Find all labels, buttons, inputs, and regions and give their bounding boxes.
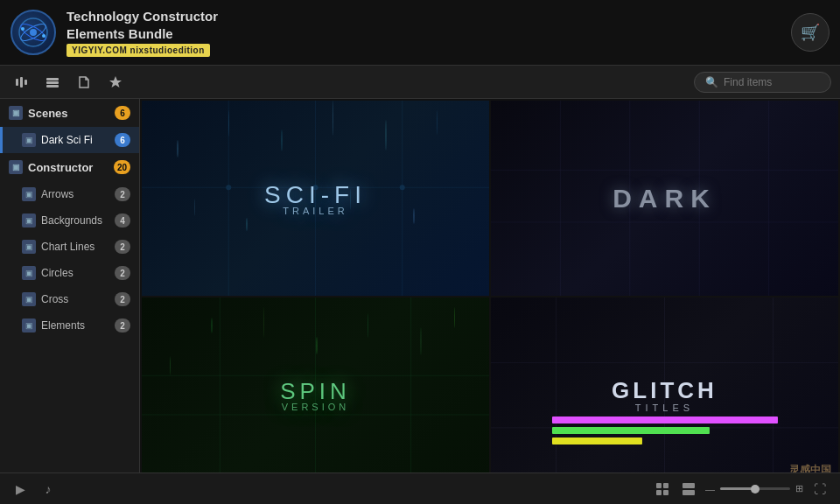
toolbar: 🔍 (0, 66, 840, 99)
fullscreen-button[interactable]: ⛶ (808, 478, 831, 500)
glitch-text: GLITCH TITLES (612, 377, 718, 413)
svg-rect-6 (16, 79, 18, 86)
scenes-label: Scenes (28, 107, 68, 120)
dark-text: DARK (612, 184, 717, 214)
spin-text: SPIN VERSION (280, 378, 351, 412)
content-wrapper: SCI-FI TRAILER (142, 101, 838, 472)
svg-rect-39 (663, 490, 668, 495)
content-area: SCI-FI TRAILER (140, 99, 840, 472)
header: Technology Constructor Elements Bundle Y… (0, 0, 840, 66)
adjust-button[interactable] (9, 70, 33, 94)
sidebar-item-dark-sci-fi[interactable]: ▣ Dark Sci Fi 6 (0, 127, 139, 153)
thumb-dark[interactable]: DARK (491, 101, 838, 296)
circles-icon: ▣ (22, 266, 36, 280)
dark-scifi-badge: 6 (115, 133, 130, 147)
zoom-slider: — ⊞ (705, 483, 803, 494)
elements-icon: ▣ (22, 318, 36, 332)
backgrounds-icon: ▣ (22, 214, 36, 228)
svg-rect-9 (46, 78, 59, 80)
sidebar-item-circles[interactable]: ▣ Circles 2 (0, 260, 139, 286)
list-view-button[interactable] (40, 70, 65, 94)
glitch-subtitle: TITLES (612, 402, 718, 413)
cart-button[interactable]: 🛒 (791, 13, 830, 52)
svg-rect-37 (663, 483, 668, 488)
chart-lines-label: Chart Lines (41, 241, 94, 253)
scenes-icon: ▣ (9, 106, 23, 120)
glitch-bars (551, 416, 777, 444)
svg-rect-40 (682, 483, 695, 488)
constructor-badge: 20 (114, 160, 130, 174)
constructor-label: Constructor (28, 161, 93, 174)
thumb-glitch[interactable]: GLITCH TITLES 灵感中国 lingganchina.com (491, 298, 838, 472)
svg-point-3 (30, 29, 37, 36)
svg-rect-38 (656, 490, 662, 495)
search-box[interactable]: 🔍 (694, 72, 831, 93)
sidebar: ▣ Scenes 6 ▣ Dark Sci Fi 6 ▣ Constructor… (0, 99, 140, 472)
sidebar-item-backgrounds[interactable]: ▣ Backgrounds 4 (0, 207, 139, 234)
sidebar-category-constructor[interactable]: ▣ Constructor 20 (0, 153, 139, 181)
svg-rect-36 (656, 483, 662, 488)
scifi-text: SCI-FI TRAILER (264, 181, 367, 216)
scifi-subtitle: TRAILER (264, 206, 367, 216)
search-input[interactable] (724, 76, 820, 88)
thumbnails-grid: SCI-FI TRAILER (142, 101, 838, 472)
app-title: Technology Constructor (66, 8, 791, 25)
spin-subtitle: VERSION (280, 402, 351, 412)
glitch-title: GLITCH (612, 377, 718, 404)
zoom-min-icon: — (705, 484, 715, 494)
sidebar-item-chart-lines[interactable]: ▣ Chart Lines 2 (0, 234, 139, 260)
slider-track[interactable] (720, 487, 790, 490)
circles-label: Circles (41, 267, 74, 279)
app-logo (10, 10, 56, 55)
dark-scifi-icon: ▣ (22, 133, 36, 147)
svg-rect-41 (682, 490, 695, 495)
chart-lines-badge: 2 (115, 240, 130, 254)
svg-point-5 (42, 34, 46, 38)
sidebar-item-elements[interactable]: ▣ Elements 2 (0, 312, 139, 339)
elements-label: Elements (41, 319, 85, 332)
sidebar-category-scenes[interactable]: ▣ Scenes 6 (0, 99, 139, 127)
cross-label: Cross (41, 293, 68, 305)
backgrounds-badge: 4 (115, 214, 130, 228)
thumb-spin[interactable]: SPIN VERSION (142, 298, 489, 472)
svg-rect-10 (46, 81, 59, 84)
elements-badge: 2 (115, 318, 130, 332)
zoom-max-icon: ⊞ (795, 483, 803, 494)
search-icon: 🔍 (705, 76, 718, 88)
sidebar-item-cross[interactable]: ▣ Cross 2 (0, 286, 139, 312)
svg-rect-7 (20, 77, 23, 88)
app-subtitle: Elements Bundle (66, 25, 791, 43)
main-content: ▣ Scenes 6 ▣ Dark Sci Fi 6 ▣ Constructor… (0, 99, 840, 472)
slider-fill (720, 487, 755, 490)
thumb-scifi[interactable]: SCI-FI TRAILER (142, 101, 489, 296)
grid-large-button[interactable] (677, 478, 700, 500)
music-button[interactable]: ♪ (37, 478, 60, 500)
app-title-block: Technology Constructor Elements Bundle Y… (66, 8, 791, 57)
sidebar-item-arrows[interactable]: ▣ Arrows 2 (0, 181, 139, 207)
arrows-label: Arrows (41, 188, 74, 200)
play-button[interactable]: ▶ (9, 478, 32, 500)
arrows-icon: ▣ (22, 187, 36, 201)
view-buttons (651, 478, 700, 500)
cross-icon: ▣ (22, 292, 36, 306)
dark-scifi-label: Dark Sci Fi (41, 134, 93, 146)
arrows-badge: 2 (115, 187, 130, 201)
backgrounds-label: Backgrounds (41, 214, 102, 227)
scenes-badge: 6 (115, 106, 130, 120)
favorites-button[interactable] (103, 70, 128, 94)
dark-title: DARK (612, 184, 717, 214)
svg-marker-12 (109, 76, 122, 88)
bottom-bar: ▶ ♪ — ⊞ ⛶ (0, 472, 840, 504)
cross-badge: 2 (115, 292, 130, 306)
slider-thumb (751, 485, 760, 494)
svg-rect-8 (24, 80, 27, 85)
constructor-icon: ▣ (9, 160, 23, 174)
svg-point-4 (21, 27, 24, 31)
grid-small-button[interactable] (651, 478, 674, 500)
svg-rect-11 (46, 85, 59, 88)
app-badge: YIGYIY.COM nixstudioedition (66, 44, 210, 57)
circles-badge: 2 (115, 266, 130, 280)
chart-lines-icon: ▣ (22, 240, 36, 254)
file-button[interactable] (72, 70, 96, 94)
